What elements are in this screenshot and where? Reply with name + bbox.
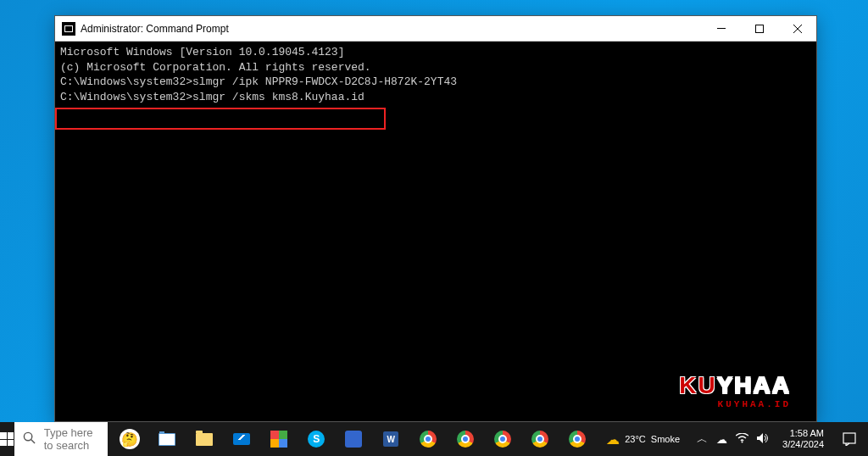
folder-icon xyxy=(196,433,213,446)
notification-icon xyxy=(843,432,856,446)
system-tray: ☁ 23°C Smoke ︿ ☁ 1:58 AM 3/24/2024 xyxy=(596,422,868,456)
weather-condition: Smoke xyxy=(651,434,680,444)
close-button[interactable] xyxy=(778,16,816,41)
chrome-icon xyxy=(420,431,437,448)
taskbar-app-chrome2[interactable] xyxy=(447,422,484,456)
clock-date: 3/24/2024 xyxy=(782,439,824,450)
chrome-icon xyxy=(531,431,548,448)
weather-temp: 23°C xyxy=(625,434,646,444)
windows-logo-icon xyxy=(0,432,14,446)
task-icons: 🤔 S W xyxy=(111,422,596,456)
highlight-annotation xyxy=(55,108,386,130)
taskbar-app-word[interactable]: W xyxy=(372,422,409,456)
terminal-line: (c) Microsoft Corporation. All rights re… xyxy=(60,60,811,75)
people-icon: 🤔 xyxy=(120,429,140,449)
svg-rect-7 xyxy=(843,433,855,443)
skype-icon: S xyxy=(308,431,325,448)
svg-rect-1 xyxy=(755,25,763,32)
word-icon: W xyxy=(383,431,398,447)
start-button[interactable] xyxy=(0,422,14,456)
taskbar-app-people[interactable]: 🤔 xyxy=(111,422,148,456)
taskbar-app-generic1[interactable] xyxy=(335,422,372,456)
search-placeholder: Type here to search xyxy=(44,426,100,452)
terminal-line: C:\Windows\system32>slmgr /ipk NPPR9-FWD… xyxy=(60,75,811,90)
taskbar-app-folder[interactable] xyxy=(186,422,223,456)
notifications-button[interactable] xyxy=(831,422,868,456)
weather-widget[interactable]: ☁ 23°C Smoke xyxy=(596,422,690,456)
maximize-button[interactable] xyxy=(740,16,778,41)
svg-point-4 xyxy=(24,432,31,440)
clock-time: 1:58 AM xyxy=(782,428,824,439)
colorful-icon xyxy=(270,431,287,448)
file-explorer-icon xyxy=(159,433,175,446)
taskbar-app-mail[interactable] xyxy=(223,422,260,456)
tray-icons: ︿ ☁ xyxy=(690,431,776,447)
chevron-up-icon[interactable]: ︿ xyxy=(697,431,708,447)
taskbar: Type here to search 🤔 S W ☁ 23°C Smoke ︿… xyxy=(0,422,868,456)
svg-point-6 xyxy=(742,441,743,442)
cmd-icon xyxy=(62,22,75,36)
taskbar-search[interactable]: Type here to search xyxy=(14,422,108,456)
watermark-main: KUYHAA xyxy=(679,370,791,402)
terminal-body[interactable]: Microsoft Windows [Version 10.0.19045.41… xyxy=(55,42,816,421)
chrome-icon xyxy=(494,431,511,448)
taskbar-app-chrome4[interactable] xyxy=(521,422,559,456)
taskbar-clock[interactable]: 1:58 AM 3/24/2024 xyxy=(776,428,831,450)
terminal-line: C:\Windows\system32>slmgr /skms kms8.Kuy… xyxy=(60,90,811,105)
taskbar-app-chrome5[interactable] xyxy=(559,422,596,456)
window-title: Administrator: Command Prompt xyxy=(81,23,702,35)
search-icon xyxy=(23,431,36,447)
taskbar-app-chrome1[interactable] xyxy=(409,422,447,456)
terminal-line: Microsoft Windows [Version 10.0.19045.41… xyxy=(60,45,811,60)
wifi-icon[interactable] xyxy=(736,433,748,446)
window-controls xyxy=(702,16,816,41)
app-icon xyxy=(345,431,362,448)
taskbar-app-explorer[interactable] xyxy=(148,422,186,456)
volume-icon[interactable] xyxy=(757,433,769,446)
chrome-icon xyxy=(457,431,474,448)
command-prompt-window: Administrator: Command Prompt Microsoft … xyxy=(54,15,817,422)
taskbar-app-utility[interactable] xyxy=(260,422,298,456)
chrome-icon xyxy=(569,431,586,448)
svg-rect-0 xyxy=(717,28,726,29)
taskbar-app-chrome3[interactable] xyxy=(484,422,521,456)
watermark: KUYHAA KUYHAA.ID xyxy=(679,370,791,411)
titlebar[interactable]: Administrator: Command Prompt xyxy=(55,16,816,42)
weather-icon: ☁ xyxy=(606,431,620,448)
minimize-button[interactable] xyxy=(702,16,740,41)
taskbar-app-skype[interactable]: S xyxy=(298,422,335,456)
onedrive-icon[interactable]: ☁ xyxy=(716,433,727,446)
mail-icon xyxy=(233,433,250,445)
svg-line-5 xyxy=(31,440,35,443)
